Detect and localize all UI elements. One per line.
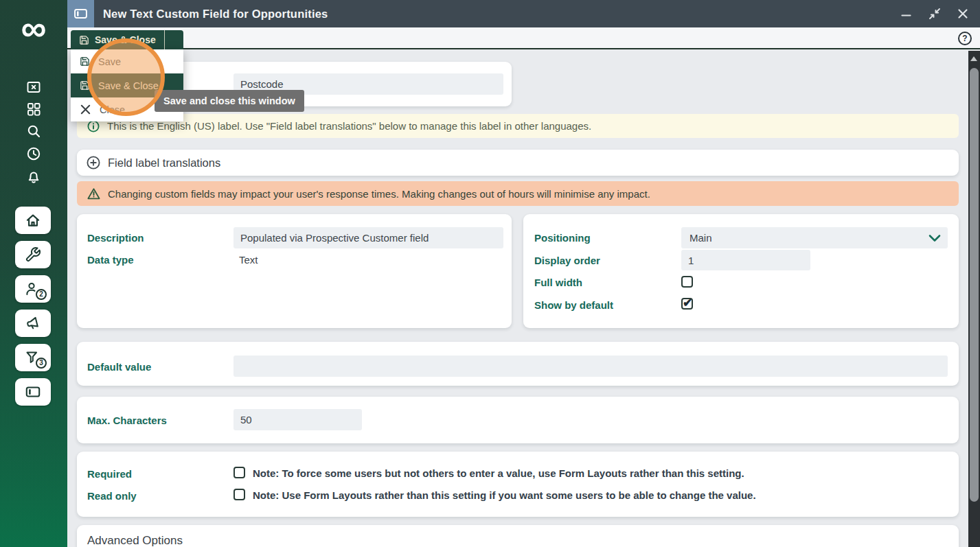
full-width-checkbox[interactable]	[681, 276, 693, 288]
read-only-label: Read only	[87, 490, 137, 502]
save-close-button[interactable]: Save & Close	[71, 30, 164, 49]
window-panel-icon	[25, 384, 41, 400]
sidebar-item-filters[interactable]: 3	[15, 344, 51, 371]
positioning-label: Positioning	[534, 232, 591, 244]
default-value-input[interactable]	[233, 356, 948, 377]
default-value-label: Default value	[87, 361, 151, 373]
info-banner-text: This is the English (US) label. Use "Fie…	[107, 120, 591, 132]
restore-icon	[928, 7, 942, 21]
read-only-checkbox[interactable]	[233, 489, 245, 500]
sidebar-item-marketing[interactable]	[15, 310, 51, 337]
warning-icon	[87, 187, 100, 200]
menu-item-save[interactable]: Save	[71, 49, 183, 73]
description-label: Description	[87, 232, 144, 244]
apps-grid-icon[interactable]	[26, 102, 41, 117]
tooltip: Save and close this window	[155, 90, 304, 112]
checkbox-tick: ✔	[683, 296, 692, 310]
minimize-button[interactable]	[898, 5, 915, 22]
max-characters-label: Max. Characters	[87, 415, 167, 426]
menu-item-label: Save	[98, 56, 121, 67]
wrench-icon	[25, 246, 41, 263]
warning-banner-text: Changing custom fields may impact your u…	[108, 188, 650, 200]
full-width-label: Full width	[534, 277, 582, 288]
search-icon[interactable]	[26, 124, 41, 139]
required-checkbox[interactable]	[233, 467, 245, 478]
save-icon	[80, 56, 90, 67]
show-by-default-label: Show by default	[534, 299, 613, 311]
positioning-select[interactable]: Main	[681, 227, 948, 248]
windows-icon[interactable]	[26, 80, 41, 95]
minimize-icon	[900, 7, 913, 21]
people-count-badge: 2	[36, 289, 47, 300]
save-icon	[80, 80, 90, 91]
recent-clock-icon[interactable]	[26, 146, 41, 161]
restore-button[interactable]	[926, 5, 943, 22]
megaphone-icon	[25, 315, 41, 331]
notifications-bell-icon[interactable]	[26, 169, 41, 184]
help-button[interactable]: ?	[958, 32, 972, 45]
default-value-card: Default value	[77, 342, 959, 386]
positioning-card: Positioning Main Display order Full widt…	[523, 214, 959, 328]
sidebar-item-configuration[interactable]	[15, 241, 51, 268]
required-card: Required Note: To force some users but n…	[77, 452, 959, 517]
read-only-note: Note: Use Form Layouts rather than this …	[253, 489, 756, 501]
sidebar-item-window[interactable]	[15, 378, 51, 406]
advanced-options-title: Advanced Options	[87, 534, 183, 547]
button-divider	[164, 30, 165, 49]
close-icon	[956, 7, 970, 21]
description-input[interactable]	[233, 227, 503, 248]
show-by-default-checkbox[interactable]: ✔	[681, 298, 693, 310]
description-card: Description Data type Text	[77, 214, 512, 328]
display-order-label: Display order	[534, 255, 600, 266]
scrollbar-thumb[interactable]	[970, 68, 979, 502]
chevron-down-icon	[928, 234, 941, 242]
app-window: ∞	[0, 0, 980, 547]
field-label-translations-section[interactable]: Field label translations	[77, 150, 959, 176]
save-menu-toggle[interactable]	[165, 30, 183, 49]
close-icon	[80, 104, 91, 115]
scrollbar[interactable]	[968, 51, 980, 547]
warning-banner: Changing custom fields may impact your u…	[77, 181, 959, 206]
scroll-up-arrow-icon[interactable]	[970, 56, 977, 61]
save-close-label: Save & Close	[95, 34, 156, 45]
window-title: New Text Custom Field for Opportunities	[103, 0, 328, 27]
window-titlebar: New Text Custom Field for Opportunities	[67, 0, 980, 27]
menu-item-label: Close	[100, 104, 125, 115]
filter-count-badge: 3	[36, 358, 47, 369]
data-type-label: Data type	[87, 254, 134, 266]
data-type-value: Text	[239, 254, 258, 266]
display-order-input[interactable]	[681, 250, 810, 270]
sidebar-item-people[interactable]: 2	[15, 275, 51, 303]
max-characters-input[interactable]	[233, 409, 362, 430]
advanced-options-section[interactable]: Advanced Options	[77, 525, 959, 547]
home-icon	[25, 212, 41, 229]
sidebar: ∞	[0, 0, 67, 547]
translations-section-title: Field label translations	[108, 156, 220, 170]
required-note: Note: To force some users but not others…	[253, 467, 744, 479]
expand-plus-icon[interactable]	[87, 156, 100, 170]
toolbar: Save & Close ?	[67, 27, 980, 49]
workbooks-logo-icon: ∞	[0, 4, 67, 52]
info-icon	[87, 120, 100, 132]
sidebar-item-home[interactable]	[15, 207, 51, 234]
save-icon	[79, 35, 89, 45]
required-label: Required	[87, 468, 132, 480]
info-banner: This is the English (US) label. Use "Fie…	[77, 114, 959, 138]
window-type-icon	[67, 0, 94, 27]
menu-item-label: Save & Close	[98, 80, 159, 91]
save-close-split-button[interactable]: Save & Close	[71, 30, 183, 49]
close-window-button[interactable]	[955, 5, 971, 22]
max-characters-card: Max. Characters	[77, 397, 959, 443]
positioning-select-value: Main	[690, 227, 712, 248]
